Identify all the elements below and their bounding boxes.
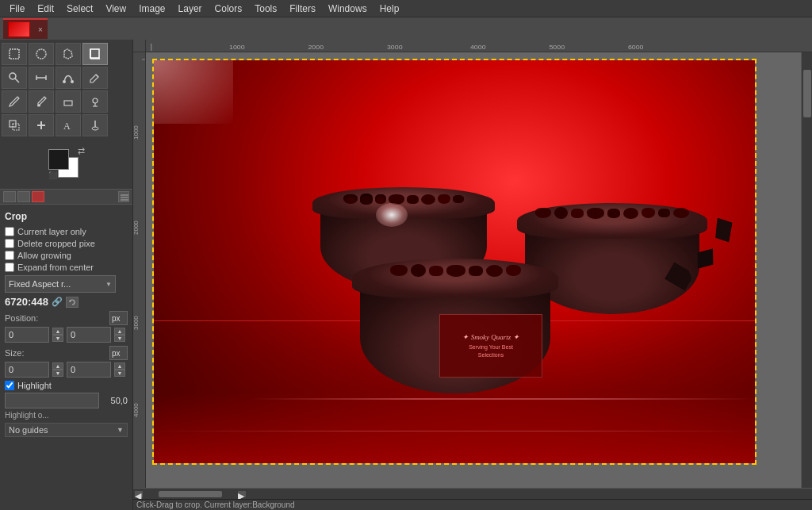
menu-edit[interactable]: Edit (31, 2, 60, 16)
fixed-aspect-dropdown[interactable]: Fixed Aspect r... ▼ (5, 275, 116, 293)
swap-colors-icon[interactable]: ⇄ (78, 146, 85, 156)
position-x-spinner[interactable]: ▲ ▼ (52, 328, 63, 342)
menu-colors[interactable]: Colors (209, 2, 249, 16)
scroll-left-btn[interactable]: ◀ (135, 491, 143, 497)
tool-rect-select[interactable] (2, 43, 27, 65)
position-inputs: ▲ ▼ ▲ ▼ (5, 327, 128, 343)
svg-point-11 (71, 80, 74, 83)
highlight-checkbox[interactable] (5, 381, 14, 390)
size-w-down[interactable]: ▼ (52, 370, 63, 377)
tool-pencil[interactable] (2, 90, 27, 113)
tool-paths[interactable] (56, 67, 81, 89)
color-indicator: ⇄ ⬛ (0, 140, 132, 189)
tool-transform[interactable] (2, 114, 27, 136)
delete-cropped-checkbox[interactable] (5, 239, 14, 248)
menu-windows[interactable]: Windows (322, 2, 373, 16)
size-group: Size: px % mm ▲ ▼ ▲ ▼ (5, 346, 128, 378)
options-menu-btn[interactable] (118, 191, 129, 202)
tool-ellipse-select[interactable] (29, 43, 54, 65)
scrollbar-h[interactable]: ◀ ▶ (133, 488, 812, 499)
image-canvas[interactable]: ✦ Smoky Quartz ✦ Serving Your BestSelect… (152, 59, 756, 465)
scrollbar-v[interactable] (801, 52, 812, 488)
highlight-row: Highlight (5, 381, 128, 390)
guides-label: No guides (9, 425, 48, 435)
position-x-down[interactable]: ▼ (52, 335, 63, 342)
size-h-spinner[interactable]: ▲ ▼ (114, 362, 125, 377)
reset-colors-icon[interactable]: ⬛ (48, 171, 57, 179)
position-y-input[interactable] (67, 327, 111, 343)
scrollbar-h-thumb[interactable] (159, 491, 222, 497)
menu-image[interactable]: Image (132, 2, 171, 16)
tool-airbrush[interactable] (82, 114, 108, 136)
position-y-up[interactable]: ▲ (114, 328, 125, 335)
current-layer-checkbox[interactable] (5, 227, 14, 236)
ruler-v: | 1000 2000 3000 4000 (133, 52, 146, 488)
crop-dimensions: 6720:448 🔗 (5, 296, 128, 308)
glass-edge-2 (154, 431, 755, 431)
tool-measure[interactable] (29, 67, 54, 89)
current-layer-label: Current layer only (17, 227, 86, 236)
size-h-up[interactable]: ▲ (114, 362, 125, 370)
tabbar: × (0, 17, 812, 40)
size-w-spinner[interactable]: ▲ ▼ (52, 362, 63, 377)
crop-section-header: Crop (5, 211, 128, 222)
svg-text:4000: 4000 (470, 43, 486, 50)
size-unit-select[interactable]: px % mm (109, 346, 128, 360)
options-save-btn[interactable] (3, 191, 16, 202)
position-y-down[interactable]: ▼ (114, 335, 125, 342)
position-group: Position: px % mm ▲ ▼ ▲ (5, 311, 128, 343)
size-inputs: ▲ ▼ ▲ ▼ (5, 362, 128, 378)
expand-center-label: Expand from center (17, 263, 94, 272)
position-y-spinner[interactable]: ▲ ▼ (114, 328, 125, 342)
tool-color-picker[interactable] (82, 67, 108, 89)
reset-dimensions-btn[interactable] (66, 297, 79, 308)
chocolates-front (364, 239, 546, 302)
svg-text:1000: 1000 (229, 43, 245, 50)
position-unit-select[interactable]: px % mm (109, 311, 128, 325)
size-h-input[interactable] (67, 362, 111, 378)
expand-center-checkbox[interactable] (5, 263, 14, 272)
option-current-layer: Current layer only (5, 227, 128, 236)
canvas-inner: | 1000 2000 3000 4000 (133, 52, 812, 488)
menu-filters[interactable]: Filters (283, 2, 322, 16)
tool-paintbrush[interactable] (29, 90, 54, 113)
allow-growing-checkbox[interactable] (5, 251, 14, 260)
option-expand-center: Expand from center (5, 263, 128, 272)
tab-close-icon[interactable]: × (38, 25, 43, 34)
allow-growing-label: Allow growing (17, 251, 71, 260)
position-x-input[interactable] (5, 327, 49, 343)
highlight-label: Highlight (17, 381, 52, 390)
tool-zoom[interactable] (2, 67, 27, 89)
size-w-up[interactable]: ▲ (52, 362, 63, 370)
chain-link-icon[interactable]: 🔗 (52, 297, 63, 307)
menu-file[interactable]: File (3, 2, 31, 16)
size-h-down[interactable]: ▼ (114, 370, 125, 377)
menu-select[interactable]: Select (60, 2, 99, 16)
options-delete-btn[interactable] (32, 191, 44, 202)
image-tab[interactable]: × (3, 18, 48, 39)
options-restore-btn[interactable] (17, 191, 30, 202)
position-label: Position: px % mm (5, 311, 128, 325)
svg-text:2000: 2000 (308, 43, 324, 50)
foreground-color-swatch[interactable] (48, 149, 69, 170)
highlight-color-input[interactable] (5, 393, 99, 408)
tool-clone[interactable] (82, 90, 108, 113)
menu-layer[interactable]: Layer (172, 2, 209, 16)
tool-eraser[interactable] (56, 90, 81, 113)
menu-tools[interactable]: Tools (248, 2, 283, 16)
color-wrap[interactable]: ⇄ ⬛ (47, 148, 86, 181)
scrollbar-v-thumb[interactable] (803, 70, 811, 117)
guides-row[interactable]: No guides ▼ (5, 423, 128, 437)
menu-view[interactable]: View (99, 2, 132, 16)
scroll-right-btn[interactable]: ▶ (238, 491, 246, 497)
size-w-input[interactable] (5, 362, 49, 378)
tool-row-2 (2, 67, 131, 89)
tool-heal[interactable] (29, 114, 54, 136)
menu-help[interactable]: Help (373, 2, 406, 16)
svg-line-6 (15, 79, 19, 82)
tool-text[interactable]: A (56, 114, 81, 136)
canvas-viewport[interactable]: ✦ Smoky Quartz ✦ Serving Your BestSelect… (146, 52, 801, 488)
tool-free-select[interactable] (56, 43, 81, 65)
position-x-up[interactable]: ▲ (52, 328, 63, 335)
tool-crop[interactable] (82, 43, 108, 65)
